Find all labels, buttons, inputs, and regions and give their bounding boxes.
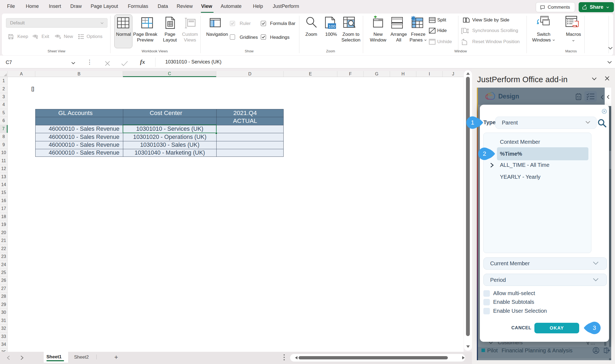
svg-text:100: 100 [328,24,335,28]
svg-text:1: 1 [471,119,474,126]
svg-text:3: 3 [593,324,596,331]
svg-text:2: 2 [483,150,486,157]
